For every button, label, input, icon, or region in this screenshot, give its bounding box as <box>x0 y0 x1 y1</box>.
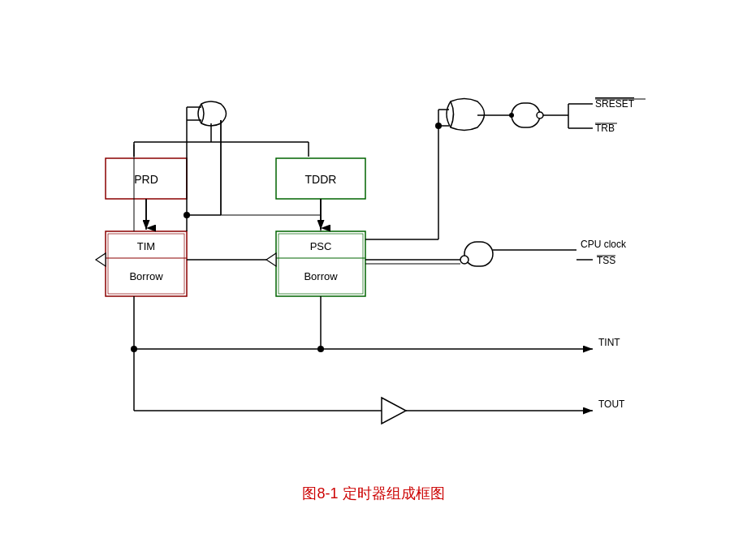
dummy <box>187 114 201 243</box>
tss-text: TSS <box>597 255 615 266</box>
tim-load-notch <box>96 253 106 266</box>
junction-and-input <box>509 113 514 118</box>
tout-buffer <box>382 398 406 424</box>
tim-borrow-label: Borrow <box>129 270 163 282</box>
and-gate-top-right <box>512 103 540 127</box>
cpu-clock-text: CPU clock <box>581 239 627 250</box>
psc-borrow-label: Borrow <box>304 270 338 282</box>
junction-dot-2 <box>317 346 324 352</box>
psc-load-notch <box>266 253 276 266</box>
tint-text: TINT <box>598 337 620 348</box>
junction-dot-3 <box>131 346 137 352</box>
psc-label: PSC <box>310 240 332 252</box>
junction-dot-1 <box>435 123 442 129</box>
sreset-text: SRESET <box>595 98 635 110</box>
tss-bubble <box>460 256 468 264</box>
and-gate-bubble <box>537 112 543 118</box>
trb-text: TRB <box>595 123 615 134</box>
and-gate-mid-right <box>464 242 493 266</box>
tddr-label: TDDR <box>305 173 337 186</box>
diagram-container: PRD TIM Borrow TDDR PSC Borrow <box>0 0 747 560</box>
tim-label: TIM <box>137 240 155 252</box>
tout-text: TOUT <box>598 398 625 410</box>
diagram-caption: 图8-1 定时器组成框图 <box>0 484 747 503</box>
or-gate-right <box>447 99 485 131</box>
prd-label: PRD <box>134 173 158 186</box>
